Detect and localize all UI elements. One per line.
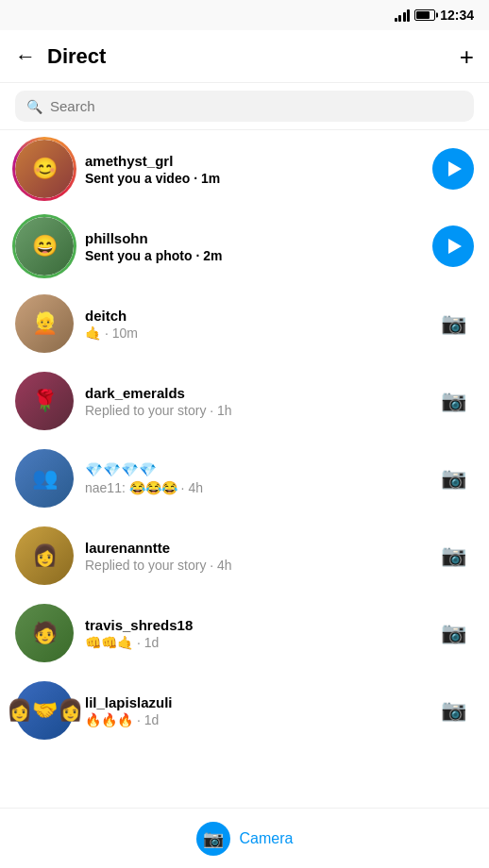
avatar: 👩	[15, 526, 74, 585]
avatar-container: 👥	[15, 449, 74, 508]
message-info: amethyst_grl Sent you a video · 1m	[85, 153, 421, 186]
message-info: phillsohn Sent you a photo · 2m	[85, 230, 421, 263]
avatar-container: 😊	[15, 140, 74, 198]
message-preview: Replied to your story · 4h	[85, 558, 421, 573]
camera-icon: 📷	[441, 621, 466, 645]
status-time: 12:34	[440, 8, 474, 23]
list-item[interactable]: 🧑 travis_shreds18 👊👊🤙 · 1d 📷	[0, 594, 489, 672]
avatar-container: 🌹	[15, 372, 74, 430]
avatar: 👥	[15, 449, 74, 508]
camera-action-button[interactable]: 📷	[432, 380, 474, 422]
list-item[interactable]: 👥 💎💎💎💎 nae11: 😂😂😂 · 4h 📷	[0, 440, 489, 517]
camera-icon: 📷	[441, 466, 466, 491]
message-preview: Sent you a photo · 2m	[85, 248, 421, 263]
message-preview: 🤙 · 10m	[85, 326, 421, 341]
message-username: 💎💎💎💎	[85, 461, 421, 478]
avatar-container: 👩	[15, 526, 74, 585]
avatar-container: 👱	[15, 294, 74, 353]
search-bar: 🔍	[0, 83, 489, 129]
message-username: travis_shreds18	[85, 617, 421, 633]
message-info: deitch 🤙 · 10m	[85, 308, 421, 341]
status-bar: 12:34	[0, 0, 489, 30]
list-item[interactable]: 👩 laurenanntte Replied to your story · 4…	[0, 517, 489, 594]
status-icons: 12:34	[395, 8, 474, 23]
message-username: lil_lapislazuli	[85, 694, 421, 710]
message-info: dark_emeralds Replied to your story · 1h	[85, 385, 421, 418]
avatar: 👱	[15, 294, 74, 353]
page-title: Direct	[47, 44, 106, 69]
message-username: phillsohn	[85, 230, 421, 246]
camera-action-button[interactable]: 📷	[432, 690, 474, 731]
camera-icon: 📷	[441, 698, 466, 723]
message-preview: Sent you a video · 1m	[85, 171, 421, 186]
avatar-container: 🧑	[15, 604, 74, 662]
list-item[interactable]: 🌹 dark_emeralds Replied to your story · …	[0, 362, 489, 440]
camera-action-button[interactable]: 📷	[432, 535, 474, 576]
avatar: 🌹	[15, 372, 74, 430]
message-list: 😊 amethyst_grl Sent you a video · 1m 😄	[0, 130, 489, 810]
message-info: lil_lapislazuli 🔥🔥🔥 · 1d	[85, 694, 421, 727]
search-wrapper[interactable]: 🔍	[15, 91, 474, 122]
play-button[interactable]	[432, 225, 474, 267]
play-triangle-icon	[448, 239, 462, 254]
list-item[interactable]: 😊 amethyst_grl Sent you a video · 1m	[0, 130, 489, 208]
message-username: deitch	[85, 308, 421, 324]
avatar-container: 😄	[15, 217, 74, 275]
camera-action-button[interactable]: 📷	[432, 303, 474, 344]
camera-icon: 📷	[441, 543, 466, 568]
message-preview: nae11: 😂😂😂 · 4h	[85, 480, 421, 495]
camera-circle: 📷	[196, 822, 230, 856]
bottom-bar[interactable]: 📷 Camera	[0, 808, 489, 868]
play-button[interactable]	[432, 148, 474, 190]
play-triangle-icon	[448, 161, 462, 176]
camera-label: Camera	[240, 830, 294, 847]
play-circle	[432, 225, 474, 267]
new-message-button[interactable]: +	[460, 44, 474, 69]
message-info: 💎💎💎💎 nae11: 😂😂😂 · 4h	[85, 461, 421, 495]
camera-icon: 📷	[441, 389, 466, 413]
back-button[interactable]: ←	[15, 44, 36, 69]
list-item[interactable]: 👱 deitch 🤙 · 10m 📷	[0, 285, 489, 362]
story-ring: 😊	[12, 137, 76, 201]
nav-left: ← Direct	[15, 44, 106, 69]
avatar: 🧑	[15, 604, 74, 662]
message-preview: 👊👊🤙 · 1d	[85, 635, 421, 650]
camera-icon: 📷	[441, 311, 466, 336]
message-username: amethyst_grl	[85, 153, 421, 169]
message-info: travis_shreds18 👊👊🤙 · 1d	[85, 617, 421, 650]
search-input[interactable]	[50, 98, 463, 114]
message-preview: Replied to your story · 1h	[85, 403, 421, 418]
avatar: 👩‍🤝‍👩	[15, 681, 74, 740]
search-icon: 🔍	[26, 99, 42, 114]
list-item[interactable]: 👩‍🤝‍👩 lil_lapislazuli 🔥🔥🔥 · 1d 📷	[0, 672, 489, 749]
avatar: 😊	[15, 140, 74, 198]
camera-action-button[interactable]: 📷	[432, 458, 474, 499]
message-username: laurenanntte	[85, 540, 421, 556]
active-ring: 😄	[12, 214, 76, 278]
avatar-container: 👩‍🤝‍👩	[15, 681, 74, 740]
list-item[interactable]: 😄 phillsohn Sent you a photo · 2m	[0, 208, 489, 285]
play-circle	[432, 148, 474, 190]
camera-action-button[interactable]: 📷	[432, 612, 474, 654]
top-nav: ← Direct +	[0, 30, 489, 83]
message-username: dark_emeralds	[85, 385, 421, 401]
message-info: laurenanntte Replied to your story · 4h	[85, 540, 421, 573]
camera-icon: 📷	[203, 828, 224, 849]
signal-icon	[395, 8, 411, 22]
message-preview: 🔥🔥🔥 · 1d	[85, 712, 421, 727]
battery-icon	[414, 9, 435, 21]
avatar: 😄	[15, 217, 74, 275]
